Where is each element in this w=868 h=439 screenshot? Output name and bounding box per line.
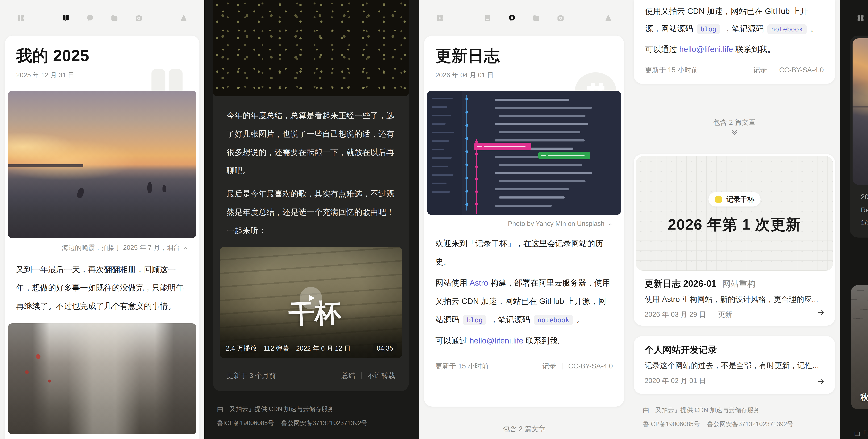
inline-code-chip-link[interactable]: blog	[463, 315, 487, 325]
entry-meta: 2020 年 02 月 01 日	[645, 376, 824, 385]
inline-code-chip-link[interactable]: notebook	[767, 24, 807, 34]
photo-caption: 海边的晚霞，拍摄于 2025 年 7 月，烟台	[62, 243, 180, 252]
photo-caption-row[interactable]: 海边的晚霞，拍摄于 2025 年 7 月，烟台	[16, 243, 188, 252]
more-moments-note: 2025 年还有 3 个时刻	[840, 251, 868, 261]
camera-icon[interactable]	[557, 14, 564, 22]
chat-bubble-icon[interactable]	[86, 14, 94, 22]
inline-code-chip-link[interactable]: blog	[696, 24, 720, 34]
chevron-up-icon[interactable]	[608, 221, 613, 226]
arrow-right-icon[interactable]	[817, 309, 825, 316]
code-screenshot-photo[interactable]	[427, 91, 621, 215]
embedded-video-player[interactable]: 干杯 2.4 万播放 112 弹幕 2022 年 6 月 12 日 04:35	[220, 247, 402, 358]
grid-icon[interactable]	[857, 14, 865, 22]
article-paragraph: 又到一年最后一天，再次翻翻相册，回顾这一年，想做的好多事一如既往的没做完，只能明…	[16, 261, 188, 315]
site-footer: 由「又拍云」提供 CDN 加速与云储存服务 鲁ICP备19006085号 鲁公网…	[643, 406, 793, 428]
cdn-note: 由「又拍云」提供 CDN 加速与云储存服务	[643, 406, 793, 414]
tag-label[interactable]: 总结	[341, 371, 355, 380]
article-card-dark: 今年的年度总结，总算是看起来正经一些了，选了好几张图片，也说了一些自己想说的话，…	[213, 0, 409, 391]
license-label: CC-BY-SA-4.0	[568, 362, 613, 370]
police-link[interactable]: 鲁公网安备37132102371392号	[707, 420, 793, 428]
article-date: 2026 年 04 月 01 日	[435, 71, 613, 79]
entry-date: 2020 年 02 月 01 日	[645, 376, 706, 385]
chevron-up-icon[interactable]	[183, 245, 188, 250]
tag-label[interactable]: 记录	[753, 65, 767, 75]
meta-right-group: 总结 不许转载	[341, 371, 395, 380]
inline-link[interactable]: hello@lifeni.life	[679, 45, 733, 54]
mountain-icon[interactable]	[180, 14, 188, 22]
divider	[562, 363, 562, 369]
police-link[interactable]: 鲁公网安备37132102371392号	[281, 419, 367, 427]
text-span: 联系到我。	[733, 45, 775, 54]
video-date: 2022 年 6 月 12 日	[296, 344, 351, 353]
changelog-entry-card[interactable]: 记录干杯 2026 年第 1 次更新 更新日志 2026-01 网站重构 使用 …	[634, 154, 835, 326]
panel-moments-dark: 2025 年 07 月 08 日 烟台 Redmi Note 13 Pro+ 6…	[840, 0, 868, 439]
entry-date: 2026 年 03 月 29 日	[645, 310, 706, 319]
alley-moment-photo[interactable]: 秋天的小巷 2025 年 10 月 31 日	[851, 285, 868, 409]
play-button[interactable]	[300, 287, 322, 309]
folder-icon[interactable]	[111, 14, 118, 22]
skyline-silhouette	[8, 164, 83, 167]
icp-link[interactable]: 鲁ICP备19006085号	[217, 419, 274, 427]
grid-icon[interactable]	[17, 14, 25, 22]
photo-overlay-row: 秋天的小巷 2025 年 10 月 31 日	[860, 392, 868, 403]
video-danmaku-count: 112 弹幕	[264, 344, 289, 353]
yellow-dot-icon	[715, 196, 722, 203]
hash-bubble-icon[interactable]	[508, 14, 516, 22]
person-silhouette	[147, 182, 152, 193]
exif-row: 2025 年 07 月 08 日 烟台	[861, 192, 868, 202]
text-span: 联系到我。	[523, 336, 566, 345]
article-card: 更新日志 2026 年 04 月 01 日 Photo by Yancy Min…	[424, 36, 624, 407]
text-span: ，笔记源码	[488, 315, 532, 324]
folder-icon[interactable]	[532, 14, 540, 22]
inline-link[interactable]: Astro	[470, 278, 488, 287]
sunset-beach-photo[interactable]	[852, 38, 868, 185]
icp-link[interactable]: 鲁ICP备19006085号	[643, 420, 700, 428]
entry-title-row: 更新日志 2026-01 网站重构	[645, 278, 824, 290]
photo-caption-row[interactable]: Photo by Yancy Min on Unsplash	[435, 220, 613, 228]
photo-exif: 2025 年 07 月 08 日 烟台 Redmi Note 13 Pro+ 6…	[852, 192, 868, 227]
alley-photo[interactable]	[8, 323, 196, 434]
article-date: 2025 年 12 月 31 日	[16, 71, 188, 79]
article-body: 更新日志 2026 年 04 月 01 日 Photo by Yancy Min…	[424, 46, 624, 371]
plants-photo[interactable]	[213, 0, 409, 96]
changelog-entry-card[interactable]: 个人网站开发记录 记录这个网站的过去，不是全部，有时更新，记性... 2020 …	[634, 336, 835, 394]
tag-label[interactable]: 记录	[542, 361, 556, 371]
article-paragraph: 网站使用 Astro 构建，部署在阿里云服务器，使用又拍云 CDN 加速，网站已…	[435, 274, 613, 329]
divider	[361, 372, 362, 379]
inline-link[interactable]: hello@lifeni.life	[470, 336, 523, 345]
exif-row: Redmi Note 13 Pro+ 6.14mm F/1.65 1/170s …	[861, 206, 868, 227]
article-paragraph: 最后是今年最喜欢的歌，其实有点难选，不过既然是年度总结，还是选一个充满回忆的歌曲…	[226, 184, 395, 240]
person-silhouette	[76, 187, 85, 199]
book-open-icon[interactable]	[62, 14, 70, 22]
site-badge: 记录干杯	[709, 192, 761, 206]
inline-code-chip-link[interactable]: notebook	[534, 315, 573, 325]
panel-changelog-list: 使用又拍云 CDN 加速，网站已在 GitHub 上开源，网站源码 blog ，…	[629, 0, 840, 439]
entry-cover-maze: 记录干杯 2026 年第 1 次更新	[636, 156, 833, 271]
entry-description: 记录这个网站的过去，不是全部，有时更新，记性...	[645, 361, 824, 371]
mountain-icon[interactable]	[604, 14, 612, 22]
sunset-beach-photo[interactable]	[8, 91, 196, 238]
license-label: 不许转载	[368, 371, 395, 380]
arrow-right-icon[interactable]	[817, 378, 825, 385]
contains-articles-note: 包含 2 篇文章	[419, 424, 629, 434]
badge-label: 记录干杯	[726, 195, 754, 204]
panel-article-changelog: 更新日志 2026 年 04 月 01 日 Photo by Yancy Min…	[419, 0, 629, 439]
article-meta-row: 更新于 15 小时前 记录 CC-BY-SA-4.0	[645, 65, 824, 75]
grid-icon[interactable]	[436, 14, 444, 22]
journal-icon[interactable]	[484, 14, 492, 22]
nav-center-group	[484, 14, 564, 22]
meta-right-group: 记录 CC-BY-SA-4.0	[542, 361, 613, 371]
entry-tag: 更新	[718, 310, 732, 319]
camera-icon[interactable]	[135, 14, 143, 22]
text-span: 可以通过	[435, 336, 470, 345]
article-tail-card: 使用又拍云 CDN 加速，网站已在 GitHub 上开源，网站源码 blog ，…	[634, 0, 835, 84]
exif-shutter: 1/170s	[861, 219, 868, 227]
git-code-art	[427, 91, 621, 215]
site-footer: 由「又拍云」提供 CDN 加速与云储存服务	[854, 430, 868, 438]
contains-articles-note: 包含 2 篇文章	[629, 117, 840, 127]
article-paragraph: 使用又拍云 CDN 加速，网站已在 GitHub 上开源，网站源码 blog ，…	[645, 2, 824, 37]
top-nav	[419, 9, 629, 27]
text-span: 。	[808, 24, 818, 33]
double-chevron-down-icon[interactable]	[731, 129, 738, 137]
text-span: 网站使用	[435, 278, 470, 287]
